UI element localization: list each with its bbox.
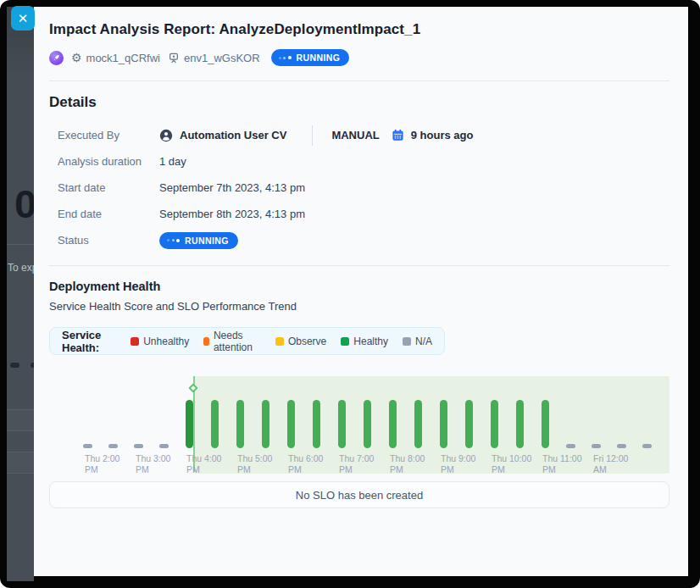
report-meta-row: ⚙ mock1_qCRfwi env1_wGsKOR RUNNING — [49, 49, 669, 66]
na-bar[interactable] — [592, 444, 601, 448]
background-row-divider — [7, 473, 34, 474]
x-axis-label: Thu 9:00PM — [441, 453, 475, 475]
detail-value: September 8th 2023, 4:13 pm — [159, 208, 305, 220]
healthy-bar[interactable] — [236, 400, 244, 448]
na-bar[interactable] — [108, 444, 118, 448]
detail-value: September 7th 2023, 4:13 pm — [159, 181, 305, 194]
screenshot-frame: 0 To exp ✕ Impact Analysis Report: Analy… — [0, 0, 700, 588]
detail-row-status: Status RUNNING — [49, 227, 669, 253]
legend-item-needs-attention: Needs attention — [203, 330, 261, 353]
na-bar[interactable] — [617, 444, 626, 448]
section-divider — [49, 265, 669, 266]
na-bar[interactable] — [566, 444, 575, 448]
deployment-health-heading: Deployment Health — [49, 280, 669, 293]
x-axis-label: Thu 11:00PM — [542, 453, 582, 475]
na-bar[interactable] — [159, 444, 169, 448]
legend-label: Unhealthy — [143, 336, 189, 347]
x-axis-label: Thu 7:00PM — [339, 453, 374, 475]
modal-title: Impact Analysis Report: AnalyzeDeploymen… — [49, 21, 669, 38]
slo-empty-message: No SLO has been created — [296, 489, 423, 502]
dimmed-underlying-page: 0 To exp — [7, 7, 34, 581]
healthy-bar[interactable] — [516, 400, 524, 448]
healthy-bar[interactable] — [465, 400, 473, 448]
healthy-bar[interactable] — [389, 400, 397, 448]
legend-item-na: N/A — [403, 336, 432, 347]
healthy-bar[interactable] — [364, 400, 371, 448]
service-health-legend: Service Health: Unhealthy Needs attentio… — [49, 327, 445, 355]
healthy-bar[interactable] — [186, 400, 193, 448]
healthy-bar[interactable] — [313, 400, 320, 448]
healthy-bar[interactable] — [338, 400, 346, 448]
healthy-bar[interactable] — [491, 400, 498, 448]
background-count-number: 0 — [14, 180, 34, 227]
healthy-bar[interactable] — [211, 400, 219, 448]
legend-item-observe: Observe — [275, 336, 326, 347]
mock-service-name: mock1_qCRfwi — [86, 52, 160, 64]
healthy-bar[interactable] — [440, 400, 447, 448]
executed-by-name: Automation User CV — [180, 129, 286, 141]
details-list: Executed By Automation User CV MANUAL — [49, 122, 669, 253]
background-row-divider — [7, 409, 34, 410]
x-axis-label: Fri 12:00AM — [593, 453, 628, 475]
trigger-type: MANUAL — [331, 129, 379, 141]
healthy-bar[interactable] — [262, 400, 269, 448]
details-heading: Details — [49, 94, 669, 111]
detail-label: Executed By — [58, 129, 159, 141]
health-chart: Thu 2:00PMThu 3:00PMThu 4:00PMThu 5:00PM… — [49, 365, 669, 475]
na-bar[interactable] — [642, 444, 652, 448]
healthy-swatch-icon — [341, 337, 349, 346]
gear-icon: ⚙ — [71, 52, 82, 64]
x-axis-label: Thu 3:00PM — [136, 453, 170, 475]
detail-label: Start date — [58, 181, 159, 194]
detail-label: End date — [58, 208, 159, 220]
deployment-health-subtitle: Service Health Score and SLO Performance… — [49, 300, 669, 313]
impact-analysis-modal: Impact Analysis Report: AnalyzeDeploymen… — [34, 7, 688, 576]
app-avatar-icon — [49, 51, 64, 65]
background-row-divider — [7, 452, 34, 452]
legend-item-unhealthy: Unhealthy — [131, 336, 189, 347]
na-bar[interactable] — [83, 444, 92, 448]
needs-attention-swatch-icon — [203, 337, 209, 346]
status-badge: RUNNING — [271, 49, 350, 66]
vertical-divider — [312, 125, 313, 146]
healthy-bar[interactable] — [414, 400, 422, 448]
na-swatch-icon — [403, 337, 411, 346]
healthy-bar[interactable] — [542, 400, 549, 448]
status-badge: RUNNING — [159, 232, 238, 249]
background-text-fragment: To exp — [8, 262, 34, 274]
background-row-divider — [7, 430, 34, 431]
mock-service[interactable]: ⚙ mock1_qCRfwi — [71, 52, 160, 64]
detail-row-executed-by: Executed By Automation User CV MANUAL — [49, 122, 669, 148]
status-badge-label: RUNNING — [185, 236, 229, 246]
background-row — [7, 410, 34, 430]
background-row-divider — [7, 244, 34, 245]
na-bar[interactable] — [134, 444, 143, 448]
x-axis-label: Thu 10:00PM — [492, 453, 531, 475]
legend-item-healthy: Healthy — [341, 336, 388, 347]
x-axis-label: Thu 5:00PM — [237, 453, 272, 475]
x-axis-label: Thu 6:00PM — [288, 453, 323, 475]
executed-time-ago: 9 hours ago — [411, 129, 474, 141]
legend-label: N/A — [415, 336, 432, 347]
detail-row: Analysis duration 1 day — [49, 148, 669, 175]
environment-monitor-icon — [168, 52, 180, 64]
legend-title: Service Health: — [62, 329, 116, 354]
legend-label: Needs attention — [214, 330, 261, 353]
status-badge-label: RUNNING — [297, 53, 341, 63]
observe-swatch-icon — [275, 337, 284, 346]
detail-label: Status — [58, 234, 159, 247]
environment[interactable]: env1_wGsKOR — [168, 52, 260, 64]
x-axis-label: Thu 4:00PM — [186, 453, 221, 475]
unhealthy-swatch-icon — [131, 337, 139, 346]
x-axis-label: Thu 8:00PM — [390, 453, 425, 475]
close-button[interactable]: ✕ — [11, 6, 35, 31]
progress-dots-icon — [279, 56, 292, 59]
legend-label: Healthy — [353, 336, 388, 347]
section-divider — [49, 80, 669, 81]
user-icon — [159, 129, 173, 142]
healthy-bar[interactable] — [287, 400, 295, 448]
progress-dots-icon — [167, 239, 180, 242]
slo-empty-state: No SLO has been created — [49, 481, 669, 508]
legend-label: Observe — [288, 336, 326, 347]
background-row — [7, 452, 34, 473]
